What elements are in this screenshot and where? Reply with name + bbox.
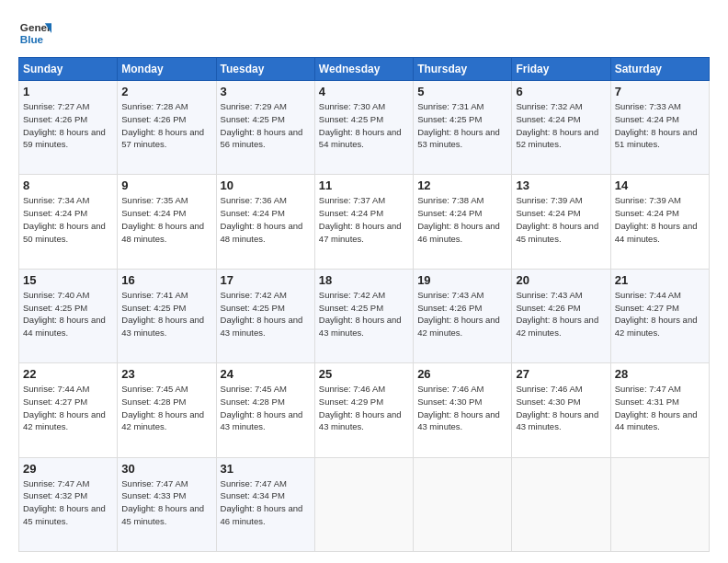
calendar-week-row: 29 Sunrise: 7:47 AM Sunset: 4:32 PM Dayl… — [19, 457, 710, 551]
day-number: 11 — [319, 178, 409, 192]
col-header-thursday: Thursday — [414, 58, 512, 81]
day-detail: Sunrise: 7:44 AM Sunset: 4:27 PM Dayligh… — [615, 289, 705, 339]
calendar-cell: 14 Sunrise: 7:39 AM Sunset: 4:24 PM Dayl… — [610, 175, 709, 269]
day-number: 26 — [417, 367, 507, 381]
calendar-cell: 20 Sunrise: 7:43 AM Sunset: 4:26 PM Dayl… — [512, 269, 610, 362]
day-number: 14 — [615, 178, 705, 192]
svg-text:Blue: Blue — [20, 33, 44, 45]
calendar-cell: 10 Sunrise: 7:36 AM Sunset: 4:24 PM Dayl… — [216, 175, 314, 269]
day-number: 9 — [121, 178, 211, 192]
calendar-cell: 19 Sunrise: 7:43 AM Sunset: 4:26 PM Dayl… — [414, 269, 512, 362]
logo: General Blue — [18, 17, 51, 50]
day-detail: Sunrise: 7:46 AM Sunset: 4:29 PM Dayligh… — [319, 383, 409, 433]
page-header: General Blue — [18, 17, 710, 50]
day-number: 7 — [615, 85, 705, 98]
day-number: 5 — [417, 85, 507, 98]
day-number: 2 — [121, 85, 211, 98]
calendar-cell — [414, 457, 512, 551]
calendar-cell: 28 Sunrise: 7:47 AM Sunset: 4:31 PM Dayl… — [610, 363, 709, 457]
day-number: 3 — [221, 85, 311, 98]
day-detail: Sunrise: 7:47 AM Sunset: 4:33 PM Dayligh… — [121, 477, 211, 528]
logo-icon: General Blue — [18, 17, 51, 50]
col-header-sunday: Sunday — [19, 58, 118, 81]
day-number: 28 — [615, 367, 705, 381]
calendar-cell: 8 Sunrise: 7:34 AM Sunset: 4:24 PM Dayli… — [19, 175, 118, 269]
day-detail: Sunrise: 7:47 AM Sunset: 4:31 PM Dayligh… — [615, 383, 705, 433]
calendar-cell: 27 Sunrise: 7:46 AM Sunset: 4:30 PM Dayl… — [512, 363, 610, 457]
calendar-cell: 17 Sunrise: 7:42 AM Sunset: 4:25 PM Dayl… — [216, 269, 314, 362]
day-number: 29 — [23, 462, 113, 476]
day-number: 18 — [319, 273, 409, 287]
calendar-cell — [512, 457, 610, 551]
day-detail: Sunrise: 7:43 AM Sunset: 4:26 PM Dayligh… — [417, 289, 507, 339]
day-number: 19 — [417, 273, 507, 287]
calendar-table: SundayMondayTuesdayWednesdayThursdayFrid… — [18, 57, 710, 552]
col-header-monday: Monday — [118, 58, 216, 81]
day-number: 23 — [121, 367, 211, 381]
calendar-cell: 12 Sunrise: 7:38 AM Sunset: 4:24 PM Dayl… — [414, 175, 512, 269]
day-number: 21 — [615, 273, 705, 287]
calendar-cell: 1 Sunrise: 7:27 AM Sunset: 4:26 PM Dayli… — [19, 81, 118, 175]
day-number: 20 — [516, 273, 606, 287]
day-detail: Sunrise: 7:37 AM Sunset: 4:24 PM Dayligh… — [319, 194, 409, 245]
day-number: 24 — [221, 367, 311, 381]
calendar-cell: 4 Sunrise: 7:30 AM Sunset: 4:25 PM Dayli… — [314, 81, 413, 175]
day-detail: Sunrise: 7:40 AM Sunset: 4:25 PM Dayligh… — [23, 289, 113, 339]
day-number: 31 — [221, 462, 311, 476]
day-detail: Sunrise: 7:44 AM Sunset: 4:27 PM Dayligh… — [23, 383, 113, 433]
day-number: 6 — [516, 85, 606, 98]
calendar-header-row: SundayMondayTuesdayWednesdayThursdayFrid… — [19, 58, 710, 81]
day-number: 27 — [516, 367, 606, 381]
calendar-cell: 7 Sunrise: 7:33 AM Sunset: 4:24 PM Dayli… — [610, 81, 709, 175]
day-detail: Sunrise: 7:41 AM Sunset: 4:25 PM Dayligh… — [121, 289, 211, 339]
day-detail: Sunrise: 7:45 AM Sunset: 4:28 PM Dayligh… — [121, 383, 211, 433]
calendar-cell — [314, 457, 413, 551]
calendar-cell: 22 Sunrise: 7:44 AM Sunset: 4:27 PM Dayl… — [19, 363, 118, 457]
day-detail: Sunrise: 7:39 AM Sunset: 4:24 PM Dayligh… — [615, 194, 705, 245]
day-detail: Sunrise: 7:38 AM Sunset: 4:24 PM Dayligh… — [417, 194, 507, 245]
day-number: 17 — [221, 273, 311, 287]
calendar-cell: 25 Sunrise: 7:46 AM Sunset: 4:29 PM Dayl… — [314, 363, 413, 457]
day-number: 22 — [23, 367, 113, 381]
calendar-cell: 21 Sunrise: 7:44 AM Sunset: 4:27 PM Dayl… — [610, 269, 709, 362]
calendar-week-row: 15 Sunrise: 7:40 AM Sunset: 4:25 PM Dayl… — [19, 269, 710, 362]
calendar-cell: 13 Sunrise: 7:39 AM Sunset: 4:24 PM Dayl… — [512, 175, 610, 269]
day-detail: Sunrise: 7:27 AM Sunset: 4:26 PM Dayligh… — [23, 100, 113, 151]
day-detail: Sunrise: 7:47 AM Sunset: 4:32 PM Dayligh… — [23, 477, 113, 528]
calendar-week-row: 22 Sunrise: 7:44 AM Sunset: 4:27 PM Dayl… — [19, 363, 710, 457]
day-number: 1 — [23, 85, 113, 98]
calendar-cell: 24 Sunrise: 7:45 AM Sunset: 4:28 PM Dayl… — [216, 363, 314, 457]
day-detail: Sunrise: 7:28 AM Sunset: 4:26 PM Dayligh… — [121, 100, 211, 151]
calendar-week-row: 8 Sunrise: 7:34 AM Sunset: 4:24 PM Dayli… — [19, 175, 710, 269]
calendar-cell: 5 Sunrise: 7:31 AM Sunset: 4:25 PM Dayli… — [414, 81, 512, 175]
day-number: 30 — [121, 462, 211, 476]
day-detail: Sunrise: 7:32 AM Sunset: 4:24 PM Dayligh… — [516, 100, 606, 151]
calendar-cell: 2 Sunrise: 7:28 AM Sunset: 4:26 PM Dayli… — [118, 81, 216, 175]
day-number: 25 — [319, 367, 409, 381]
calendar-cell: 3 Sunrise: 7:29 AM Sunset: 4:25 PM Dayli… — [216, 81, 314, 175]
col-header-friday: Friday — [512, 58, 610, 81]
calendar-cell: 31 Sunrise: 7:47 AM Sunset: 4:34 PM Dayl… — [216, 457, 314, 551]
calendar-cell: 9 Sunrise: 7:35 AM Sunset: 4:24 PM Dayli… — [118, 175, 216, 269]
col-header-tuesday: Tuesday — [216, 58, 314, 81]
day-detail: Sunrise: 7:29 AM Sunset: 4:25 PM Dayligh… — [221, 100, 311, 151]
calendar-cell: 18 Sunrise: 7:42 AM Sunset: 4:25 PM Dayl… — [314, 269, 413, 362]
day-number: 4 — [319, 85, 409, 98]
day-number: 8 — [23, 178, 113, 192]
day-number: 12 — [417, 178, 507, 192]
calendar-cell — [610, 457, 709, 551]
calendar-cell: 16 Sunrise: 7:41 AM Sunset: 4:25 PM Dayl… — [118, 269, 216, 362]
day-detail: Sunrise: 7:30 AM Sunset: 4:25 PM Dayligh… — [319, 100, 409, 151]
day-number: 15 — [23, 273, 113, 287]
day-number: 16 — [121, 273, 211, 287]
calendar-cell: 30 Sunrise: 7:47 AM Sunset: 4:33 PM Dayl… — [118, 457, 216, 551]
calendar-week-row: 1 Sunrise: 7:27 AM Sunset: 4:26 PM Dayli… — [19, 81, 710, 175]
day-number: 13 — [516, 178, 606, 192]
day-detail: Sunrise: 7:34 AM Sunset: 4:24 PM Dayligh… — [23, 194, 113, 245]
calendar-cell: 26 Sunrise: 7:46 AM Sunset: 4:30 PM Dayl… — [414, 363, 512, 457]
day-detail: Sunrise: 7:31 AM Sunset: 4:25 PM Dayligh… — [417, 100, 507, 151]
day-detail: Sunrise: 7:47 AM Sunset: 4:34 PM Dayligh… — [221, 477, 311, 528]
calendar-cell: 29 Sunrise: 7:47 AM Sunset: 4:32 PM Dayl… — [19, 457, 118, 551]
calendar-cell: 6 Sunrise: 7:32 AM Sunset: 4:24 PM Dayli… — [512, 81, 610, 175]
day-number: 10 — [221, 178, 311, 192]
